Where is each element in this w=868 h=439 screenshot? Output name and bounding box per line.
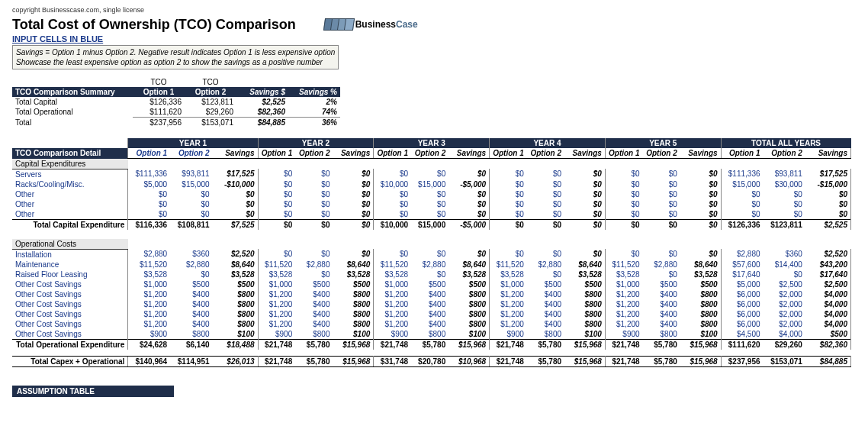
cell-opt1: $0 xyxy=(490,189,527,199)
summary-cell: $2,525 xyxy=(236,97,288,107)
cell-opt2: $2,000 xyxy=(764,309,805,319)
cell-opt2: $0 xyxy=(643,169,680,179)
cell-opt2: $30,000 xyxy=(764,179,805,189)
summary-cell: $123,811 xyxy=(185,97,236,107)
cell-opt2: $0 xyxy=(295,219,333,230)
cell-savings: $0 xyxy=(564,209,605,220)
cell-savings: $3,528 xyxy=(680,270,721,279)
capex-section-header: Capital Expenditures xyxy=(12,159,128,169)
summary-cell: $82,360 xyxy=(236,107,288,118)
cell-savings: $0 xyxy=(448,199,489,209)
cell-opt1: $1,200 xyxy=(374,289,411,299)
detail-row-label: Servers xyxy=(12,169,128,179)
cell-savings: $10,968 xyxy=(448,356,489,366)
assumption-table-header: ASSUMPTION TABLE xyxy=(12,386,174,397)
cell-opt2: $0 xyxy=(527,209,564,220)
cell-savings: $2,520 xyxy=(213,249,259,260)
cell-opt2: $400 xyxy=(527,299,564,309)
cell-opt1: $4,500 xyxy=(721,329,763,340)
cell-opt1: $0 xyxy=(258,179,295,189)
col-opt1: Option 1 xyxy=(490,148,527,159)
cell-opt1: $0 xyxy=(128,199,170,209)
cell-opt2: $2,880 xyxy=(295,260,333,270)
cell-savings: $0 xyxy=(333,249,373,260)
cell-opt2: $500 xyxy=(527,279,564,289)
cell-savings: $0 xyxy=(448,249,489,260)
cell-savings: $0 xyxy=(680,209,721,220)
col-opt1: Option 1 xyxy=(258,148,295,159)
cell-opt2: $2,880 xyxy=(170,260,212,270)
businesscase-logo: BusinessCase xyxy=(326,18,418,31)
cell-opt1: $0 xyxy=(258,249,295,260)
cell-opt1: $1,000 xyxy=(374,279,411,289)
cell-opt1: $0 xyxy=(258,189,295,199)
opex-row: Raised Floor Leasing$3,528$0$3,528$3,528… xyxy=(12,270,851,279)
detail-row-label: Other Cost Savings xyxy=(12,329,128,340)
cell-opt1: $0 xyxy=(374,169,411,179)
opex-row: Other Cost Savings$1,200$400$800$1,200$4… xyxy=(12,319,851,329)
cell-savings: $0 xyxy=(333,209,373,220)
cell-opt1: $0 xyxy=(605,209,642,220)
col-savings: Savings xyxy=(680,148,721,159)
cell-opt1: $1,200 xyxy=(605,319,642,329)
cell-opt2: $0 xyxy=(527,270,564,279)
cell-opt2: $0 xyxy=(295,249,333,260)
cell-savings: $100 xyxy=(448,329,489,340)
cell-opt2: $500 xyxy=(643,279,680,289)
summary-cell: $126,336 xyxy=(133,97,185,107)
cell-savings: $800 xyxy=(333,299,373,309)
cell-opt2: $0 xyxy=(170,270,212,279)
logo-pages-icon xyxy=(326,18,354,31)
year-header: YEAR 1 xyxy=(128,138,258,148)
cell-opt2: $0 xyxy=(295,169,333,179)
cell-savings: $500 xyxy=(448,279,489,289)
cell-savings: $4,000 xyxy=(805,289,851,299)
cell-opt1: $15,000 xyxy=(721,179,763,189)
logo-text-case: Case xyxy=(396,19,418,30)
opex-row: Other Cost Savings$900$800$100$900$800$1… xyxy=(12,329,851,340)
detail-row-label: Maintenance xyxy=(12,260,128,270)
cell-opt1: $0 xyxy=(605,199,642,209)
capex-row: Servers$111,336$93,811$17,525$0$0$0$0$0$… xyxy=(12,169,851,179)
cell-savings: $500 xyxy=(564,279,605,289)
cell-savings: $800 xyxy=(564,309,605,319)
cell-opt1: $0 xyxy=(721,209,763,220)
opex-row: Other Cost Savings$1,200$400$800$1,200$4… xyxy=(12,289,851,299)
cell-opt2: $0 xyxy=(643,209,680,220)
cell-opt1: $31,748 xyxy=(374,356,411,366)
cell-opt1: $1,000 xyxy=(128,279,170,289)
cell-opt2: $15,000 xyxy=(411,179,448,189)
cell-opt2: $400 xyxy=(643,289,680,299)
cell-opt1: $1,200 xyxy=(374,299,411,309)
cell-opt1: $21,748 xyxy=(490,339,527,350)
cell-savings: $4,000 xyxy=(805,299,851,309)
cell-opt1: $900 xyxy=(258,329,295,340)
cell-opt2: $0 xyxy=(411,270,448,279)
cell-opt2: $0 xyxy=(411,169,448,179)
cell-opt1: $900 xyxy=(128,329,170,340)
cell-opt2: $800 xyxy=(643,329,680,340)
cell-savings: $18,488 xyxy=(213,339,259,350)
cell-opt1: $11,520 xyxy=(128,260,170,270)
page-title: Total Cost of Ownership (TCO) Comparison xyxy=(12,17,296,33)
savings-note-box: Savings = Option 1 minus Option 2. Negat… xyxy=(12,45,339,69)
cell-opt1: $11,520 xyxy=(258,260,295,270)
detail-row-label: Total Capital Expenditure xyxy=(12,219,128,230)
cell-savings: $800 xyxy=(564,319,605,329)
cell-savings: $0 xyxy=(564,169,605,179)
cell-savings: $0 xyxy=(680,219,721,230)
header: Total Cost of Ownership (TCO) Comparison… xyxy=(12,17,868,45)
cell-opt2: $0 xyxy=(295,270,333,279)
cell-savings: $800 xyxy=(680,309,721,319)
col-opt1: Option 1 xyxy=(721,148,763,159)
cell-opt2: $400 xyxy=(170,299,212,309)
cell-opt1: $3,528 xyxy=(490,270,527,279)
cell-opt2: $2,000 xyxy=(764,319,805,329)
cell-savings: $2,520 xyxy=(805,249,851,260)
cell-savings: $800 xyxy=(213,319,259,329)
cell-opt2: $400 xyxy=(170,309,212,319)
cell-opt2: $400 xyxy=(411,289,448,299)
cell-opt2: $0 xyxy=(643,219,680,230)
cell-savings: $15,968 xyxy=(333,339,373,350)
cell-opt1: $0 xyxy=(605,189,642,199)
